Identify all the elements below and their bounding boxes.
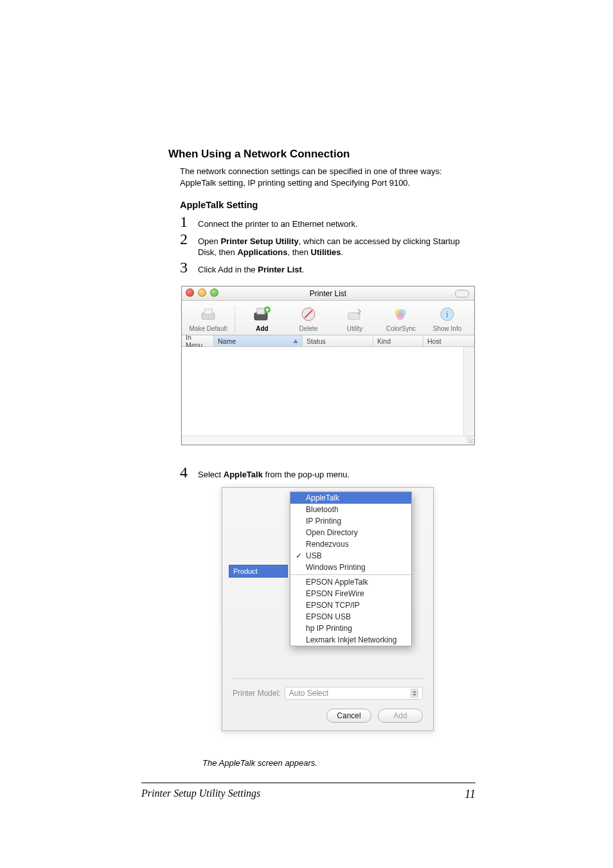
delete-icon: [299, 305, 318, 324]
connection-type-menu[interactable]: AppleTalk Bluetooth IP Printing Open Dir…: [290, 492, 412, 646]
sub-heading: AppleTalk Setting: [180, 200, 474, 210]
divider: [231, 678, 424, 679]
menu-item-hp-ip[interactable]: hp IP Printing: [290, 623, 411, 634]
cancel-button[interactable]: Cancel: [326, 709, 371, 723]
text: Open: [198, 236, 220, 246]
text: Click Add in the: [198, 265, 258, 274]
show-info-button[interactable]: i Show Info: [427, 305, 467, 332]
step-list: 1 Connect the printer to an Ethernet net…: [180, 214, 474, 275]
column-host[interactable]: Host: [423, 335, 474, 346]
window-title: Printer List: [310, 289, 346, 298]
menu-item-epson-firewire[interactable]: EPSON FireWire: [290, 588, 411, 599]
close-icon[interactable]: [186, 288, 194, 297]
delete-button[interactable]: Delete: [289, 305, 328, 332]
page-number: 11: [465, 788, 475, 801]
add-button[interactable]: Add: [378, 709, 423, 723]
column-name[interactable]: Name: [214, 335, 303, 346]
colorsync-icon: [391, 305, 411, 324]
text: from the pop-up menu.: [263, 470, 350, 479]
table-header: In Menu Name Status Kind Host: [182, 335, 474, 347]
content-block: When Using a Network Connection The netw…: [168, 148, 474, 276]
separator: [235, 306, 236, 332]
step-1: 1 Connect the printer to an Ethernet net…: [180, 214, 474, 230]
printer-icon: [199, 305, 218, 324]
intro-paragraph: The network connection settings can be s…: [180, 166, 474, 188]
printer-model-select[interactable]: Auto Select: [285, 687, 423, 700]
colorsync-button[interactable]: ColorSync: [381, 305, 421, 332]
sort-ascending-icon: [293, 339, 298, 343]
product-column-header[interactable]: Product: [229, 565, 288, 578]
text: , then: [287, 247, 310, 257]
toolbar-label: Add: [256, 325, 268, 332]
printer-list-window: Printer List Make Default Add: [181, 286, 475, 445]
column-status[interactable]: Status: [303, 335, 373, 346]
menu-item-rendezvous[interactable]: Rendezvous: [290, 538, 411, 550]
menu-item-lexmark[interactable]: Lexmark Inkjet Networking: [290, 634, 411, 646]
footer-rule: [141, 783, 475, 783]
column-label: Name: [218, 337, 236, 345]
window-titlebar: Printer List: [182, 287, 474, 301]
page-footer: Printer Setup Utility Settings 11: [141, 788, 475, 801]
stepper-icon: [411, 689, 418, 698]
resize-handle[interactable]: [182, 436, 474, 445]
step-number: 4: [180, 465, 191, 480]
intro-line1: The network connection settings can be s…: [180, 166, 442, 176]
dialog-buttons: Cancel Add: [326, 709, 423, 723]
text: .: [341, 247, 344, 257]
toolbar: Make Default Add Delete Utility: [182, 301, 474, 335]
menu-item-open-directory[interactable]: Open Directory: [290, 527, 411, 538]
toolbar-label: Utility: [347, 325, 362, 332]
minimize-icon[interactable]: [198, 288, 206, 297]
toolbar-label: Delete: [299, 325, 318, 332]
menu-item-epson-appletalk[interactable]: EPSON AppleTalk: [290, 576, 411, 588]
step-text: Click Add in the Printer List.: [198, 263, 304, 276]
connection-dialog: Product AppleTalk Bluetooth IP Printing …: [222, 487, 434, 731]
step-number: 1: [180, 214, 191, 229]
text: Select: [198, 470, 224, 479]
printer-model-label: Printer Model:: [233, 689, 281, 698]
toolbar-toggle-icon[interactable]: [455, 290, 469, 297]
menu-item-bluetooth[interactable]: Bluetooth: [290, 504, 411, 515]
section-heading: When Using a Network Connection: [168, 148, 474, 161]
menu-item-epson-usb[interactable]: EPSON USB: [290, 611, 411, 623]
add-button[interactable]: Add: [242, 305, 282, 332]
toolbar-label: ColorSync: [386, 325, 416, 332]
step-4: 4 Select AppleTalk from the pop-up menu.: [180, 465, 474, 481]
svg-text:i: i: [446, 310, 449, 319]
printer-model-row: Printer Model: Auto Select: [233, 687, 423, 700]
make-default-button[interactable]: Make Default: [188, 305, 228, 332]
bold: Printer Setup Utility: [220, 236, 298, 246]
zoom-icon[interactable]: [210, 288, 218, 297]
info-icon: i: [438, 305, 457, 324]
toolbar-label: Show Info: [433, 325, 461, 332]
menu-item-windows-printing[interactable]: Windows Printing: [290, 562, 411, 573]
bold: Utilities: [311, 247, 341, 257]
svg-point-10: [396, 312, 404, 320]
menu-separator: [290, 574, 411, 575]
page: When Using a Network Connection The netw…: [0, 0, 613, 868]
step-text: Open Printer Setup Utility, which can be…: [198, 235, 474, 258]
utility-button[interactable]: Utility: [335, 305, 375, 332]
step-number: 3: [180, 260, 191, 275]
column-kind[interactable]: Kind: [373, 335, 423, 346]
column-in-menu[interactable]: In Menu: [182, 335, 214, 346]
menu-item-usb[interactable]: ✓USB: [290, 550, 411, 562]
label: USB: [306, 551, 322, 560]
svg-rect-3: [257, 308, 265, 314]
printer-add-icon: [253, 305, 272, 324]
footer-title: Printer Setup Utility Settings: [141, 788, 260, 801]
check-icon: ✓: [296, 551, 302, 560]
traffic-lights: [186, 288, 218, 297]
step-4-wrap: 4 Select AppleTalk from the pop-up menu.: [180, 465, 474, 482]
utility-icon: [345, 305, 364, 324]
figure-caption: The AppleTalk screen appears.: [202, 758, 317, 768]
bold: Printer List: [258, 265, 302, 274]
menu-item-appletalk[interactable]: AppleTalk: [290, 492, 411, 504]
toolbar-label: Make Default: [190, 325, 227, 332]
menu-item-ip-printing[interactable]: IP Printing: [290, 515, 411, 527]
step-3: 3 Click Add in the Printer List.: [180, 260, 474, 276]
step-text: Connect the printer to an Ethernet netwo…: [198, 217, 358, 230]
step-text: Select AppleTalk from the pop-up menu.: [198, 468, 350, 481]
step-2: 2 Open Printer Setup Utility, which can …: [180, 231, 474, 258]
menu-item-epson-tcpip[interactable]: EPSON TCP/IP: [290, 599, 411, 611]
